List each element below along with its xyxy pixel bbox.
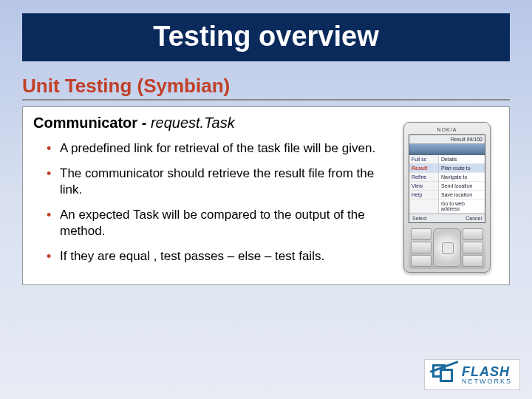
phone-dpad — [433, 228, 460, 267]
phone-keypad — [409, 226, 485, 269]
phone-menu-item: Send location — [439, 182, 485, 191]
list-item: The communicator should retrieve the res… — [47, 166, 383, 198]
brand-logo: FLASH NETWORKS — [424, 359, 520, 390]
phone-mock: NOKIA Result 99/100 Full sc Result Refin… — [403, 122, 491, 273]
phone-menu-item: Help — [409, 191, 438, 200]
phone-key — [411, 242, 432, 253]
section-heading: Unit Testing (Symbian) — [22, 75, 510, 100]
phone-menu-left: Full sc Result Refine View Help — [409, 155, 439, 214]
phone-brand: NOKIA — [409, 127, 485, 132]
phone-key — [463, 242, 483, 253]
phone-softkeys: Select Cancel — [409, 214, 485, 222]
content-left: Communicator - request.Task A predefined… — [33, 115, 383, 274]
phone-key — [411, 228, 432, 240]
phone-menu-item: View — [409, 182, 438, 191]
logo-text: FLASH NETWORKS — [462, 365, 512, 385]
phone-menu-right: Details Plan route to Navigate to Send l… — [439, 155, 485, 214]
phone-menu-item: Go to web address — [439, 200, 485, 214]
phone-screen-image — [409, 144, 485, 155]
communicator-heading: Communicator - request.Task — [33, 115, 383, 132]
phone-menu-item: Details — [439, 155, 485, 164]
phone-key — [463, 255, 483, 267]
content-right: NOKIA Result 99/100 Full sc Result Refin… — [395, 115, 499, 274]
list-item: A predefined link for retrieval of the t… — [47, 140, 383, 157]
communicator-method: request.Task — [151, 115, 235, 131]
communicator-label: Communicator — [33, 115, 137, 131]
title-banner: Testing overview — [22, 13, 510, 61]
phone-menu-item: Plan route to — [439, 164, 485, 173]
content-box: Communicator - request.Task A predefined… — [22, 106, 510, 285]
list-item: An expected Task will be compared to the… — [47, 207, 383, 239]
phone-screen: Result 99/100 Full sc Result Refine View… — [409, 134, 485, 223]
logo-line1: FLASH — [462, 365, 512, 378]
logo-icon — [432, 364, 456, 385]
softkey-right: Cancel — [466, 216, 482, 221]
phone-menu-item: Result — [409, 164, 438, 173]
slide-title: Testing overview — [37, 21, 495, 52]
phone-menu-item: Full sc — [409, 155, 438, 164]
phone-screen-header: Result 99/100 — [409, 135, 485, 144]
phone-menu-item: Refine — [409, 173, 438, 182]
softkey-left: Select — [412, 216, 426, 221]
phone-menu-item: Navigate to — [439, 173, 485, 182]
phone-menu-item: Save location — [439, 191, 485, 200]
phone-key — [411, 255, 432, 267]
bullet-list: A predefined link for retrieval of the t… — [47, 140, 383, 265]
logo-line2: NETWORKS — [462, 378, 512, 385]
phone-screen-menu: Full sc Result Refine View Help Details … — [409, 155, 485, 214]
phone-key — [463, 228, 483, 240]
list-item: If they are equal , test passes – else –… — [47, 248, 383, 265]
